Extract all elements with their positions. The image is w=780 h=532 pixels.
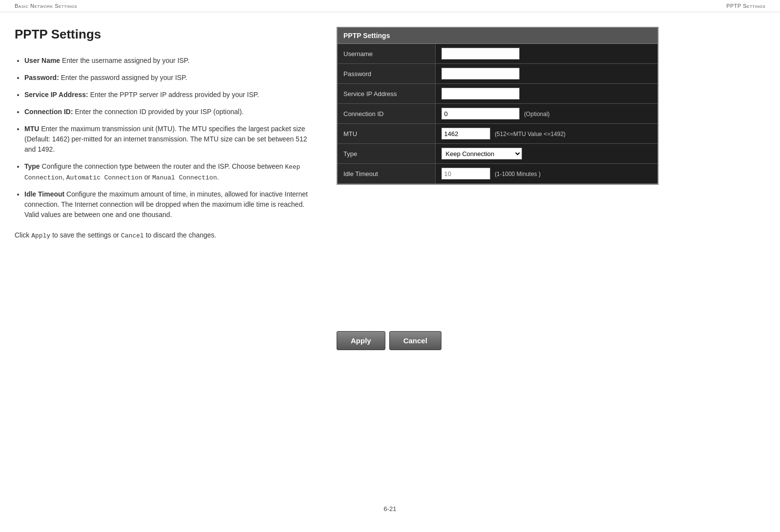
input-username[interactable]	[441, 48, 520, 59]
label-connection-id: Connection ID:	[24, 108, 73, 116]
input-cell-connection-id: (Optional)	[435, 104, 658, 124]
hint-mtu: (512<=MTU Value <=1492)	[495, 131, 565, 138]
label-cell-username: Username	[338, 44, 435, 64]
label-type: Type	[24, 162, 40, 170]
input-cell-idle-timeout: (1-1000 Minutes )	[435, 164, 658, 184]
row-password: Password	[338, 64, 658, 84]
click-note: Click Apply to save the settings or Canc…	[15, 230, 317, 241]
input-idle-timeout[interactable]	[441, 168, 490, 179]
desc-mtu: Enter the maximum transmission unit (MTU…	[24, 125, 307, 153]
main-content: PPTP Settings User Name Enter the userna…	[0, 12, 780, 360]
code-apply: Apply	[31, 232, 50, 239]
input-service-ip[interactable]	[441, 88, 520, 99]
label-mtu: MTU	[24, 125, 39, 133]
desc-password: Enter the password assigned by your ISP.	[61, 74, 187, 81]
row-service-ip: Service IP Address	[338, 84, 658, 104]
code-auto: Automatic Connection	[66, 174, 142, 181]
page-title: PPTP Settings	[15, 27, 317, 42]
list-item-type: Type Configure the connection type betwe…	[24, 161, 317, 182]
label-cell-idle-timeout: Idle Timeout	[338, 164, 435, 184]
input-cell-service-ip	[435, 84, 658, 104]
list-item-connection-id: Connection ID: Enter the connection ID p…	[24, 107, 317, 117]
label-cell-connection-id: Connection ID	[338, 104, 435, 124]
label-cell-mtu: MTU	[338, 124, 435, 144]
row-mtu: MTU (512<=MTU Value <=1492)	[338, 124, 658, 144]
label-username: User Name	[24, 57, 60, 64]
breadcrumb-right: PPTP Settings	[726, 3, 765, 9]
label-cell-type: Type	[338, 144, 435, 164]
list-item-password: Password: Enter the password assigned by…	[24, 73, 317, 83]
label-idle-timeout: Idle Timeout	[24, 190, 64, 198]
list-item-mtu: MTU Enter the maximum transmission unit …	[24, 124, 317, 155]
page-number: 6-21	[383, 505, 396, 512]
desc-service-ip: Enter the PPTP server IP address provide…	[90, 91, 259, 99]
label-service-ip: Service IP Address:	[24, 91, 88, 99]
click-note-middle: to save the settings or	[50, 231, 121, 239]
cancel-button[interactable]: Cancel	[389, 331, 441, 350]
right-column: PPTP Settings Username Password	[337, 27, 765, 350]
settings-panel-title: PPTP Settings	[338, 28, 658, 44]
label-cell-service-ip: Service IP Address	[338, 84, 435, 104]
code-manual: Manual Connection	[152, 174, 217, 181]
page-header: Basic Network Settings PPTP Settings	[0, 0, 780, 12]
left-column: PPTP Settings User Name Enter the userna…	[15, 27, 317, 350]
row-idle-timeout: Idle Timeout (1-1000 Minutes )	[338, 164, 658, 184]
input-cell-mtu: (512<=MTU Value <=1492)	[435, 124, 658, 144]
input-mtu[interactable]	[441, 128, 490, 139]
list-item-service-ip: Service IP Address: Enter the PPTP serve…	[24, 90, 317, 100]
row-username: Username	[338, 44, 658, 64]
desc-type: Configure the connection type between th…	[24, 162, 300, 181]
label-password: Password:	[24, 74, 59, 81]
list-item-username: User Name Enter the username assigned by…	[24, 56, 317, 66]
desc-idle-timeout: Configure the maximum amount of time, in…	[24, 190, 308, 218]
input-cell-password	[435, 64, 658, 84]
row-connection-id: Connection ID (Optional)	[338, 104, 658, 124]
hint-connection-id: (Optional)	[524, 111, 550, 118]
list-item-idle-timeout: Idle Timeout Configure the maximum amoun…	[24, 189, 317, 220]
settings-table: Username Password Service IP	[338, 44, 658, 184]
click-note-prefix: Click	[15, 231, 31, 239]
input-cell-username	[435, 44, 658, 64]
input-connection-id[interactable]	[441, 108, 520, 119]
code-cancel: Cancel	[121, 232, 144, 239]
input-cell-type: Keep Connection Automatic Connection Man…	[435, 144, 658, 164]
settings-panel: PPTP Settings Username Password	[337, 27, 659, 185]
description-list: User Name Enter the username assigned by…	[15, 56, 317, 220]
input-password[interactable]	[441, 68, 520, 79]
row-type: Type Keep Connection Automatic Connectio…	[338, 144, 658, 164]
label-cell-password: Password	[338, 64, 435, 84]
hint-idle-timeout: (1-1000 Minutes )	[495, 171, 540, 177]
desc-username: Enter the username assigned by your ISP.	[62, 57, 189, 64]
click-note-suffix: to discard the changes.	[144, 231, 217, 239]
breadcrumb-left: Basic Network Settings	[15, 3, 77, 9]
buttons-area: Apply Cancel	[337, 331, 765, 350]
select-type[interactable]: Keep Connection Automatic Connection Man…	[441, 148, 522, 159]
page-footer: 6-21	[0, 495, 780, 522]
desc-connection-id: Enter the connection ID provided by your…	[75, 108, 243, 116]
apply-button[interactable]: Apply	[337, 331, 385, 350]
